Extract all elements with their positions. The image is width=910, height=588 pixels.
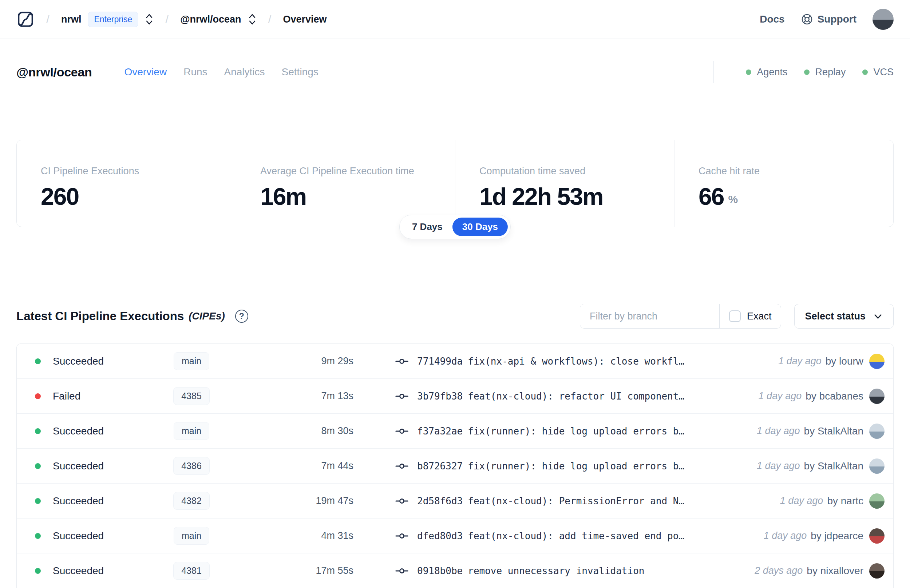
commit-hash: 771499da — [417, 356, 463, 367]
nx-cloud-logo-icon[interactable] — [16, 10, 35, 28]
commit-hash: dfed80d3 — [417, 530, 463, 541]
tab-overview[interactable]: Overview — [124, 66, 167, 78]
stat-label: Computation time saved — [479, 166, 674, 177]
avatar — [869, 423, 884, 439]
status-dot-icon — [35, 498, 41, 504]
commit-message: feat(nx-cloud): refactor UI component… — [468, 391, 684, 402]
top-navbar: / nrwl Enterprise / @nrwl/ocean / Overvi… — [0, 0, 910, 39]
commit-message: feat(nx-cloud): PermissionError and N… — [468, 496, 684, 507]
table-row[interactable]: Succeeded 4381 17m 55s 0918b0beremove un… — [17, 553, 893, 588]
git-commit-icon — [395, 390, 408, 403]
cipes-section-header: Latest CI Pipeline Executions (CIPEs) ? … — [16, 304, 894, 329]
commit-hash: 0918b0be — [417, 565, 463, 577]
support-label: Support — [818, 13, 857, 25]
org-switcher-chevron-icon[interactable] — [145, 13, 154, 26]
branch-badge: 4385 — [173, 387, 210, 405]
breadcrumb-slash: / — [43, 13, 52, 26]
author: by bcabanes — [805, 391, 863, 402]
branch-badge: 4381 — [173, 562, 210, 580]
select-status-label: Select status — [805, 311, 866, 322]
range-option-7-days[interactable]: 7 Days — [402, 218, 453, 236]
range-option-30-days[interactable]: 30 Days — [453, 218, 508, 236]
time-ago: 1 day ago — [780, 495, 823, 507]
stat-label: Cache hit rate — [698, 166, 893, 177]
author: by jdpearce — [811, 530, 863, 542]
author: by nixallover — [807, 565, 863, 577]
chevron-down-icon — [873, 311, 883, 321]
user-avatar[interactable] — [873, 9, 894, 30]
status-dot-icon — [35, 359, 41, 364]
git-commit-icon — [395, 530, 408, 543]
divider — [108, 61, 108, 83]
indicator-label: Replay — [815, 66, 845, 78]
stats-card-row: CI Pipeline Executions 260 Average CI Pi… — [16, 140, 894, 227]
status-indicators: Agents Replay VCS — [746, 66, 894, 78]
git-commit-icon — [395, 355, 408, 368]
exact-label: Exact — [747, 311, 772, 322]
avatar — [869, 528, 884, 544]
table-row[interactable]: Succeeded main 9m 29s 771499dafix(nx-api… — [17, 344, 893, 379]
commit-hash: 3b79fb38 — [417, 391, 463, 402]
status-dot-icon — [35, 533, 41, 539]
indicator-vcs[interactable]: VCS — [862, 66, 894, 78]
table-row[interactable]: Succeeded main 8m 30s f37a32aefix(runner… — [17, 414, 893, 449]
commit-text: 3b79fb38feat(nx-cloud): refactor UI comp… — [417, 391, 684, 402]
breadcrumb-slash: / — [265, 13, 275, 26]
status-label: Succeeded — [53, 425, 104, 437]
branch-badge: 4382 — [173, 492, 210, 510]
indicator-label: VCS — [873, 66, 894, 78]
branch-filter-input[interactable] — [580, 304, 719, 328]
status-label: Succeeded — [53, 460, 104, 472]
exact-checkbox[interactable] — [729, 310, 741, 322]
stat-average-execution-time: Average CI Pipeline Execution time 16m — [236, 140, 455, 227]
commit-message: fix(runner): hide log upload errors b… — [468, 426, 684, 437]
time-ago: 1 day ago — [778, 355, 821, 367]
workspace-switcher-chevron-icon[interactable] — [248, 13, 257, 26]
avatar — [869, 389, 884, 404]
branch-badge: 4386 — [173, 457, 210, 475]
breadcrumb-page[interactable]: Overview — [283, 14, 327, 25]
enterprise-badge: Enterprise — [88, 11, 138, 27]
tab-runs[interactable]: Runs — [183, 66, 207, 78]
status-label: Succeeded — [53, 565, 104, 577]
git-commit-icon — [395, 460, 408, 473]
green-dot-icon — [746, 69, 751, 75]
breadcrumb-workspace[interactable]: @nrwl/ocean — [180, 14, 241, 25]
author: by StalkAltan — [804, 460, 863, 472]
divider — [713, 61, 714, 83]
commit-message: remove unnecessary invalidation — [468, 565, 644, 577]
select-status-button[interactable]: Select status — [794, 304, 894, 329]
git-commit-icon — [395, 425, 408, 438]
commit-text: b8726327fix(runner): hide log upload err… — [417, 460, 684, 472]
avatar — [869, 354, 884, 369]
commit-text: 0918b0beremove unnecessary invalidation — [417, 565, 645, 577]
indicator-replay[interactable]: Replay — [804, 66, 845, 78]
branch-filter-group: Exact — [580, 304, 782, 329]
cipe-table: Succeeded main 9m 29s 771499dafix(nx-api… — [16, 344, 894, 588]
docs-link[interactable]: Docs — [760, 13, 784, 25]
tab-analytics[interactable]: Analytics — [224, 66, 265, 78]
tab-settings[interactable]: Settings — [282, 66, 318, 78]
table-row[interactable]: Succeeded 4382 19m 47s 2d58f6d3feat(nx-c… — [17, 483, 893, 519]
duration: 19m 47s — [226, 495, 354, 507]
table-row[interactable]: Succeeded 4386 7m 44s b8726327fix(runner… — [17, 449, 893, 483]
support-link[interactable]: Support — [801, 13, 857, 26]
commit-text: dfed80d3feat(nx-cloud): add time-saved e… — [417, 530, 684, 541]
time-ago: 2 days ago — [755, 565, 803, 577]
indicator-agents[interactable]: Agents — [746, 66, 787, 78]
author: by nartc — [827, 495, 863, 507]
git-commit-icon — [395, 564, 408, 577]
duration: 7m 13s — [226, 391, 354, 402]
status-label: Succeeded — [53, 530, 104, 542]
help-icon[interactable]: ? — [235, 310, 248, 323]
breadcrumb-org[interactable]: nrwl — [61, 14, 82, 25]
duration: 9m 29s — [226, 355, 354, 367]
status-label: Failed — [53, 391, 81, 402]
commit-message: fix(nx-api & workflows): close workfl… — [468, 356, 684, 367]
table-row[interactable]: Failed 4385 7m 13s 3b79fb38feat(nx-cloud… — [17, 379, 893, 414]
commit-text: f37a32aefix(runner): hide log upload err… — [417, 426, 684, 437]
breadcrumb-slash: / — [162, 13, 171, 26]
table-row[interactable]: Succeeded main 4m 31s dfed80d3feat(nx-cl… — [17, 519, 893, 553]
status-dot-icon — [35, 568, 41, 574]
workspace-tabs: Overview Runs Analytics Settings — [124, 66, 318, 78]
